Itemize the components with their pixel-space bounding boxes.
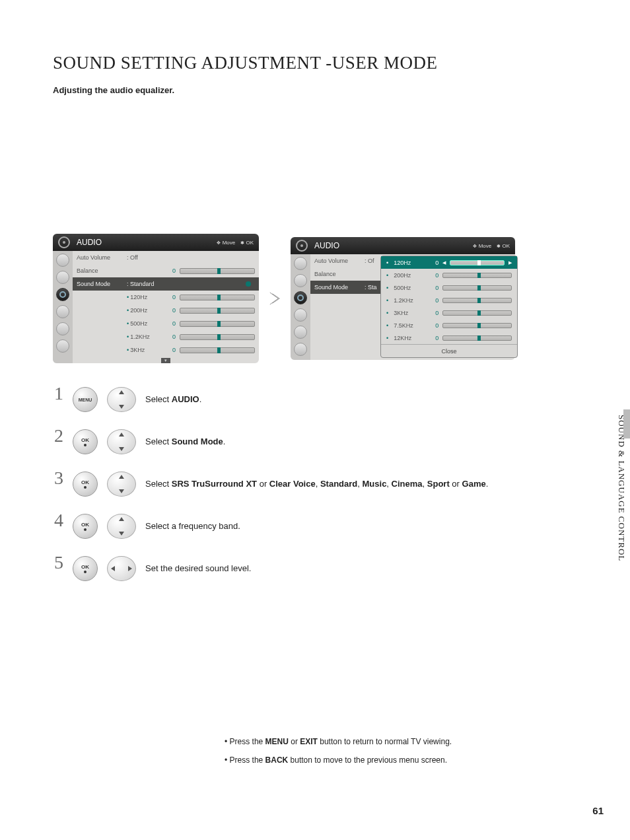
dpad-updown-icon bbox=[107, 429, 136, 454]
osd-header: AUDIO ✥ Move ✱ OK bbox=[291, 237, 515, 254]
menu-button-icon: MENU bbox=[73, 387, 98, 412]
page-number: 61 bbox=[592, 805, 604, 816]
arrow-right-icon bbox=[268, 291, 281, 306]
hint-ok: ✱ OK bbox=[497, 243, 510, 249]
scroll-down-icon: ▾ bbox=[161, 358, 170, 363]
dial-icon bbox=[296, 240, 308, 252]
footer-notes: • Press the MENU or EXIT button to retur… bbox=[225, 737, 452, 774]
instruction-steps: 1 MENU Select AUDIO. 2 OK Select Sound M… bbox=[53, 387, 590, 581]
picture-icon bbox=[294, 257, 307, 270]
step-2: 2 OK Select Sound Mode. bbox=[53, 429, 590, 454]
dpad-updown-icon bbox=[107, 472, 136, 497]
option-icon bbox=[56, 322, 69, 335]
row-band: •1.2KHz0 bbox=[73, 330, 259, 343]
note-line: • Press the MENU or EXIT button to retur… bbox=[225, 737, 452, 746]
row-band: •120Hz0 bbox=[73, 291, 259, 304]
osd-panel-right: AUDIO ✥ Move ✱ OK Auto Volume bbox=[291, 237, 515, 360]
equalizer-popup: •120Hz0◀▶ •200Hz0 •500Hz0 •1.2KHz0 •3KHz… bbox=[380, 256, 518, 358]
option-icon bbox=[294, 326, 307, 339]
step-text: Select SRS TruSurround XT or Clear Voice… bbox=[145, 478, 488, 490]
popup-row: •500Hz0 bbox=[381, 281, 517, 294]
radio-dot-icon bbox=[246, 281, 251, 287]
step-number: 1 bbox=[53, 384, 63, 403]
osd-panel-left: AUDIO ✥ Move ✱ OK Auto Volume bbox=[53, 234, 259, 363]
row-band: •3KHz0 bbox=[73, 343, 259, 357]
osd-header: AUDIO ✥ Move ✱ OK bbox=[53, 234, 259, 251]
ok-button-icon: OK bbox=[73, 429, 98, 454]
osd-screenshots: AUDIO ✥ Move ✱ OK Auto Volume bbox=[53, 234, 590, 363]
step-text: Set the desired sound level. bbox=[145, 563, 251, 575]
audio-icon bbox=[56, 288, 69, 301]
note-line: • Press the BACK button to move to the p… bbox=[225, 755, 452, 765]
osd-title: AUDIO bbox=[314, 241, 339, 250]
page-subtitle: Adjusting the audio equalizer. bbox=[53, 85, 590, 95]
dpad-leftright-icon bbox=[107, 556, 136, 581]
step-number: 4 bbox=[53, 511, 63, 530]
lock-icon bbox=[56, 339, 69, 353]
step-1: 1 MENU Select AUDIO. bbox=[53, 387, 590, 412]
popup-row: •3KHz0 bbox=[381, 306, 517, 319]
page-title: SOUND SETTING ADJUSTMENT -USER MODE bbox=[53, 53, 590, 73]
dpad-updown-icon bbox=[107, 387, 136, 412]
hint-move: ✥ Move bbox=[217, 240, 235, 246]
time-icon bbox=[294, 308, 307, 322]
screen-icon bbox=[56, 271, 69, 284]
picture-icon bbox=[56, 254, 69, 267]
ok-button-icon: OK bbox=[73, 514, 98, 539]
step-number: 5 bbox=[53, 553, 63, 572]
row-band: •200Hz0 bbox=[73, 304, 259, 317]
ok-button-icon: OK bbox=[73, 472, 98, 497]
hint-move: ✥ Move bbox=[473, 243, 491, 249]
osd-side-icons bbox=[53, 251, 73, 363]
time-icon bbox=[56, 305, 69, 318]
popup-row: •120Hz0◀▶ bbox=[381, 256, 517, 269]
osd-side-icons bbox=[291, 254, 310, 360]
section-tab: SOUND & LANGUAGE CONTROL bbox=[613, 409, 630, 567]
popup-row: •7.5KHz0 bbox=[381, 319, 517, 332]
audio-icon bbox=[294, 291, 307, 304]
screen-icon bbox=[294, 274, 307, 287]
row-balance: Balance 0 bbox=[73, 264, 259, 277]
step-number: 2 bbox=[53, 427, 63, 445]
row-auto-volume: Auto Volume : Off bbox=[73, 251, 259, 264]
popup-row: •1.2KHz0 bbox=[381, 294, 517, 306]
step-5: 5 OK Set the desired sound level. bbox=[53, 556, 590, 581]
step-number: 3 bbox=[53, 469, 63, 487]
popup-close: Close bbox=[381, 344, 517, 357]
popup-row: •200Hz0 bbox=[381, 269, 517, 281]
row-band: •500Hz0 bbox=[73, 317, 259, 330]
step-4: 4 OK Select a frequency band. bbox=[53, 514, 590, 539]
dial-icon bbox=[58, 236, 70, 248]
popup-row: •12KHz0 bbox=[381, 332, 517, 344]
osd-title: AUDIO bbox=[77, 238, 102, 247]
step-text: Select AUDIO. bbox=[145, 394, 201, 405]
lock-icon bbox=[294, 343, 307, 356]
ok-button-icon: OK bbox=[73, 556, 98, 581]
step-text: Select a frequency band. bbox=[145, 520, 240, 532]
step-text: Select Sound Mode. bbox=[145, 436, 225, 448]
dpad-updown-icon bbox=[107, 514, 136, 539]
row-sound-mode: Sound Mode : Standard bbox=[73, 277, 259, 291]
step-3: 3 OK Select SRS TruSurround XT or Clear … bbox=[53, 472, 590, 497]
hint-ok: ✱ OK bbox=[240, 240, 254, 246]
